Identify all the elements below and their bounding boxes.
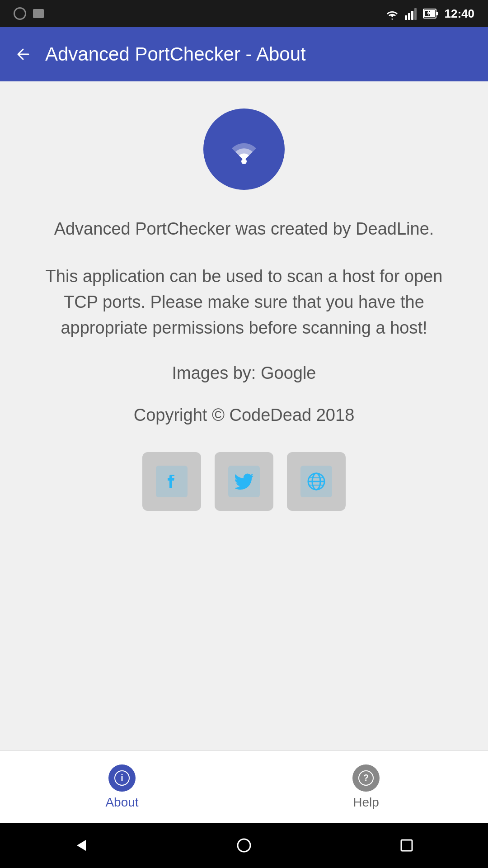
wifi-status-icon [385, 7, 399, 20]
android-back-button[interactable] [72, 836, 90, 854]
facebook-button[interactable] [142, 452, 201, 511]
spinner-icon [14, 7, 26, 20]
status-bar: 12:40 [0, 0, 488, 27]
help-nav-icon: ? [352, 764, 380, 792]
signal-icon [405, 7, 418, 20]
twitter-button[interactable] [215, 452, 273, 511]
svg-point-22 [238, 839, 250, 852]
app-bar: Advanced PortChecker - About [0, 27, 488, 81]
website-button[interactable] [287, 452, 346, 511]
nav-item-about[interactable]: i About [0, 751, 244, 823]
svg-rect-3 [414, 8, 417, 20]
twitter-icon [228, 466, 260, 497]
android-home-button[interactable] [235, 836, 253, 854]
status-bar-right: 12:40 [385, 7, 475, 21]
svg-rect-1 [408, 13, 410, 20]
images-by-text: Images by: Google [27, 363, 461, 383]
back-button[interactable] [14, 45, 32, 63]
svg-rect-23 [401, 840, 412, 851]
svg-text:i: i [121, 773, 123, 783]
description-text: This application can be used to scan a h… [27, 264, 461, 341]
svg-text:?: ? [363, 773, 369, 783]
about-nav-label: About [105, 795, 138, 810]
app-bar-title: Advanced PortChecker - About [45, 43, 306, 65]
android-nav-bar [0, 823, 488, 868]
wifi-icon-svg [219, 124, 269, 174]
status-bar-left [14, 7, 44, 20]
svg-point-8 [241, 159, 247, 164]
main-content: Advanced PortChecker was created by Dead… [0, 81, 488, 750]
bottom-navigation: i About ? Help [0, 750, 488, 823]
battery-icon [423, 7, 439, 20]
help-nav-label: Help [353, 795, 379, 810]
svg-rect-6 [436, 12, 438, 15]
social-buttons [142, 452, 346, 511]
sd-card-icon [33, 9, 44, 18]
copyright-text: Copyright © CodeDead 2018 [27, 406, 461, 425]
app-icon [203, 108, 285, 190]
status-time: 12:40 [445, 7, 475, 21]
about-text-section: Advanced PortChecker was created by Dead… [27, 217, 461, 452]
created-by-text: Advanced PortChecker was created by Dead… [27, 217, 461, 241]
facebook-icon [156, 466, 188, 497]
globe-icon [300, 466, 332, 497]
nav-item-help[interactable]: ? Help [244, 751, 488, 823]
android-recent-button[interactable] [398, 836, 416, 854]
svg-marker-21 [77, 840, 86, 851]
svg-rect-0 [405, 15, 407, 20]
about-nav-icon: i [108, 764, 136, 792]
svg-rect-2 [411, 11, 413, 20]
